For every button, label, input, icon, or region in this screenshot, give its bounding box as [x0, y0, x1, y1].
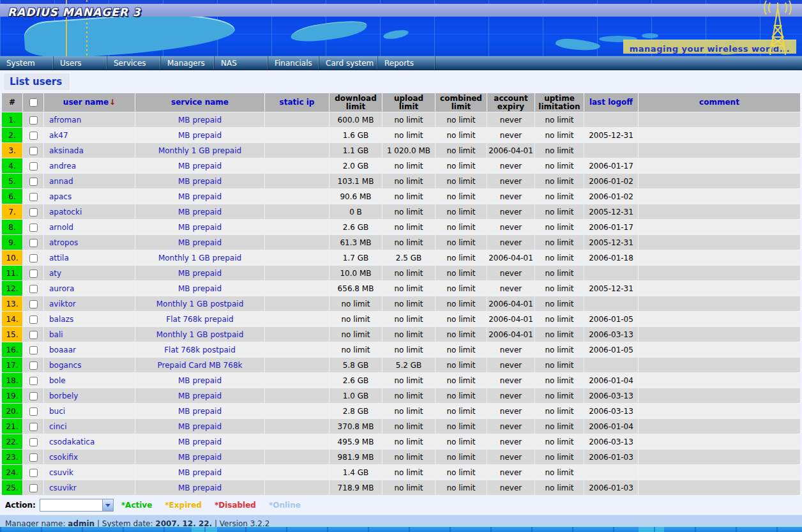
radio-tower-icon [755, 0, 801, 56]
col-header-logoff[interactable]: last logoff [584, 93, 638, 112]
user-name-link[interactable]: csuvikr [44, 480, 135, 495]
nav-item-system[interactable]: System [0, 56, 54, 70]
row-number-badge: 17. [2, 358, 22, 372]
uptime-limitation: no limit [535, 434, 584, 449]
row-checkbox[interactable] [29, 407, 38, 416]
uptime-limitation: no limit [535, 189, 584, 204]
col-header-comment[interactable]: comment [639, 93, 800, 112]
row-checkbox[interactable] [29, 300, 38, 308]
chevron-down-icon[interactable] [102, 499, 113, 511]
row-checkbox[interactable] [29, 392, 38, 400]
last-logoff: 2005-12-31 [584, 204, 638, 219]
row-checkbox[interactable] [29, 377, 38, 385]
user-name-link[interactable]: aty [44, 266, 135, 280]
nav-item-managers[interactable]: Managers [161, 56, 215, 70]
user-name-link[interactable]: csodakatica [44, 434, 135, 449]
row-checkbox[interactable] [29, 132, 38, 140]
nav-item-card-system[interactable]: Card system [319, 56, 378, 70]
app-logo: RADIUS MANAGER 3 [8, 6, 141, 19]
user-name-link[interactable]: afroman [44, 112, 135, 127]
account-expiry: never [487, 450, 534, 464]
col-header-expiry: account expiry [487, 93, 534, 112]
row-number-badge: 6. [2, 189, 22, 204]
row-checkbox-cell [23, 143, 43, 158]
main-nav: SystemUsersServicesManagersNASFinancials… [0, 56, 802, 70]
user-name-link[interactable]: aurora [44, 281, 135, 296]
user-name-link[interactable]: andrea [44, 158, 135, 173]
row-checkbox[interactable] [29, 178, 38, 186]
world-map-landmass [642, 33, 658, 38]
user-name-link[interactable]: apacs [44, 189, 135, 204]
user-name-link[interactable]: apatocki [44, 204, 135, 219]
user-name-link[interactable]: buci [44, 404, 135, 418]
row-checkbox[interactable] [29, 147, 38, 155]
combined-limit: no limit [435, 312, 487, 326]
user-name-link[interactable]: csuvik [44, 465, 135, 480]
table-row: 4.andreaMB prepaid2.0 GBno limitno limit… [2, 158, 800, 173]
row-checkbox[interactable] [29, 239, 38, 247]
user-name-link[interactable]: bogancs [44, 358, 135, 372]
last-logoff: 2006-01-04 [584, 419, 638, 434]
user-name-link[interactable]: balazs [44, 312, 135, 326]
select-all-checkbox[interactable] [29, 98, 38, 107]
nav-item-users[interactable]: Users [54, 56, 107, 70]
service-name: MB prepaid [135, 388, 264, 403]
row-checkbox[interactable] [29, 423, 38, 431]
user-name-link[interactable]: aviktor [44, 296, 135, 311]
user-name-link[interactable]: cinci [44, 419, 135, 434]
nav-item-services[interactable]: Services [107, 56, 161, 70]
user-name-link[interactable]: ak47 [44, 128, 135, 142]
row-checkbox[interactable] [29, 469, 38, 477]
action-select[interactable] [40, 499, 114, 512]
row-checkbox[interactable] [29, 116, 38, 125]
row-checkbox[interactable] [29, 254, 38, 262]
user-name-link[interactable]: bali [44, 327, 135, 342]
uptime-limitation: no limit [535, 419, 584, 434]
user-name-link[interactable]: boaaar [44, 342, 135, 357]
user-name-link[interactable]: csokifix [44, 450, 135, 464]
page-title: List users [10, 76, 62, 87]
user-name-link[interactable]: aksinada [44, 143, 135, 158]
table-row: 5.annadMB prepaid103.1 MBno limitno limi… [2, 174, 800, 188]
download-limit: no limit [329, 312, 382, 326]
account-expiry: never [487, 373, 534, 388]
user-name-link[interactable]: bole [44, 373, 135, 388]
account-expiry: 2006-04-01 [487, 143, 534, 158]
download-limit: 10.0 MB [329, 266, 382, 280]
row-checkbox[interactable] [29, 270, 38, 278]
nav-item-financials[interactable]: Financials [268, 56, 319, 70]
col-header-service[interactable]: service name [135, 93, 264, 112]
row-checkbox[interactable] [29, 484, 38, 492]
user-name-link[interactable]: borbely [44, 388, 135, 403]
row-checkbox[interactable] [29, 208, 38, 217]
action-label: Action: [5, 501, 36, 510]
row-checkbox[interactable] [29, 361, 38, 370]
row-checkbox-cell [23, 235, 43, 250]
row-checkbox[interactable] [29, 453, 38, 462]
nav-item-nas[interactable]: NAS [215, 56, 268, 70]
row-checkbox[interactable] [29, 315, 38, 324]
row-number-badge: 24. [2, 465, 22, 480]
row-checkbox[interactable] [29, 193, 38, 201]
download-limit: no limit [329, 342, 382, 357]
row-checkbox[interactable] [29, 346, 38, 354]
combined-limit: no limit [435, 266, 487, 280]
uptime-limitation: no limit [535, 143, 584, 158]
table-row: 3.aksinadaMonthly 1 GB prepaid1.1 GB1 02… [2, 143, 800, 158]
last-logoff [584, 143, 638, 158]
upload-limit: no limit [382, 235, 435, 250]
account-expiry: never [487, 465, 534, 480]
row-checkbox[interactable] [29, 331, 38, 339]
service-name: MB prepaid [135, 373, 264, 388]
row-checkbox[interactable] [29, 224, 38, 232]
col-header-staticip[interactable]: static ip [265, 93, 329, 112]
col-header-username[interactable]: user name↓ [44, 93, 135, 112]
row-checkbox[interactable] [29, 438, 38, 446]
user-name-link[interactable]: atropos [44, 235, 135, 250]
row-checkbox[interactable] [29, 162, 38, 171]
user-name-link[interactable]: annad [44, 174, 135, 188]
user-name-link[interactable]: attila [44, 250, 135, 265]
user-name-link[interactable]: arnold [44, 220, 135, 234]
row-checkbox[interactable] [29, 285, 38, 293]
nav-item-reports[interactable]: Reports [378, 56, 435, 70]
